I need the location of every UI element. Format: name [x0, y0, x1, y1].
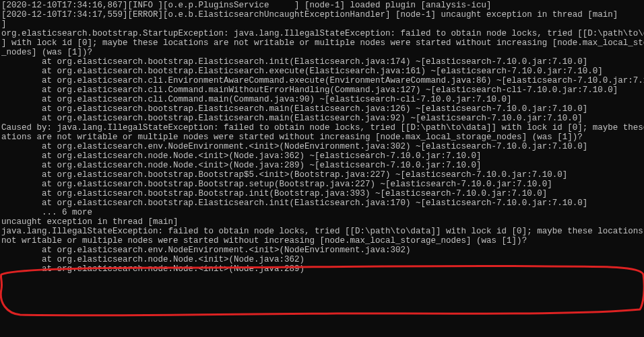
log-line: _nodes] (was [1])? — [1, 48, 643, 57]
log-line: at org.elasticsearch.cli.Command.main(Co… — [1, 95, 643, 104]
log-line: not writable or multiple nodes were star… — [1, 236, 643, 246]
log-line: at org.elasticsearch.bootstrap.Bootstrap… — [1, 189, 643, 198]
log-line: ations are not writable or multiple node… — [1, 133, 643, 142]
log-line: at org.elasticsearch.bootstrap.Elasticse… — [1, 198, 643, 208]
log-line: [2020-12-10T17:34:16,867][INFO ][o.e.p.P… — [1, 1, 643, 10]
log-line: Caused by: java.lang.IllegalStateExcepti… — [1, 123, 643, 133]
log-line: at org.elasticsearch.node.Node.<init>(No… — [1, 151, 643, 161]
log-line: at org.elasticsearch.env.NodeEnvironment… — [1, 246, 643, 255]
log-line: [2020-12-10T17:34:17,559][ERROR][o.e.b.E… — [1, 10, 643, 20]
log-line: at org.elasticsearch.node.Node.<init>(No… — [1, 161, 643, 170]
log-line: at org.elasticsearch.bootstrap.Elasticse… — [1, 67, 643, 76]
log-line: at org.elasticsearch.env.NodeEnvironment… — [1, 142, 643, 151]
log-line: org.elasticsearch.bootstrap.StartupExcep… — [1, 29, 643, 38]
log-line: ... 6 more — [1, 208, 643, 217]
log-line: at org.elasticsearch.bootstrap.Elasticse… — [1, 114, 643, 123]
log-line: uncaught exception in thread [main] — [1, 217, 643, 227]
log-line: at org.elasticsearch.bootstrap.Elasticse… — [1, 104, 643, 114]
log-line: at org.elasticsearch.cli.EnvironmentAwar… — [1, 76, 643, 85]
log-line: at org.elasticsearch.node.Node.<init>(No… — [1, 255, 643, 264]
log-line: at org.elasticsearch.node.Node.<init>(No… — [1, 264, 643, 274]
terminal-output: [2020-12-10T17:34:16,867][INFO ][o.e.p.P… — [0, 0, 644, 337]
log-line: at org.elasticsearch.bootstrap.Bootstrap… — [1, 170, 643, 180]
log-line: ] — [1, 20, 643, 29]
log-line: java.lang.IllegalStateException: failed … — [1, 227, 643, 236]
log-line: ] with lock id [0]; maybe these location… — [1, 38, 643, 48]
log-line: at org.elasticsearch.bootstrap.Bootstrap… — [1, 180, 643, 189]
log-line: at org.elasticsearch.cli.Command.mainWit… — [1, 85, 643, 95]
log-line: at org.elasticsearch.bootstrap.Elasticse… — [1, 57, 643, 67]
